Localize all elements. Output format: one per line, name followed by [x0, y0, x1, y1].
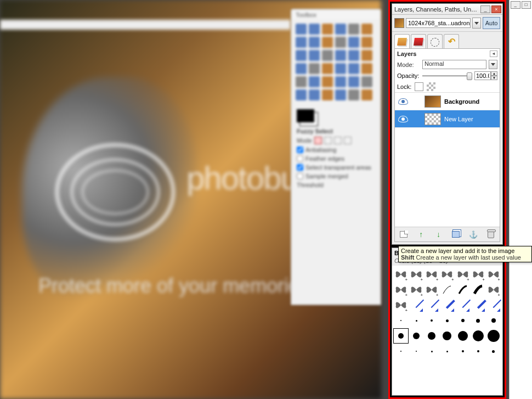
- new-layer-button[interactable]: [398, 229, 409, 239]
- layer-name[interactable]: New Layer: [444, 116, 473, 122]
- dock-tabs: ↶: [392, 32, 502, 48]
- brush-item[interactable]: [424, 328, 439, 344]
- arrow-down-icon: ↓: [437, 230, 440, 239]
- brush-item[interactable]: [486, 267, 501, 282]
- brush-item[interactable]: [486, 313, 501, 328]
- layer-row[interactable]: New Layer: [395, 110, 500, 128]
- slider-thumb[interactable]: [467, 72, 472, 80]
- brush-item[interactable]: [439, 297, 455, 313]
- lower-layer-button[interactable]: ↓: [433, 229, 444, 239]
- brush-item[interactable]: [471, 328, 486, 344]
- image-name-field[interactable]: 1024x768_sta...uadron.jpg-3: [406, 18, 471, 28]
- layer-thumbnail[interactable]: [425, 95, 441, 108]
- brush-item[interactable]: [439, 344, 455, 359]
- brush-item[interactable]: [424, 313, 439, 328]
- antialias-checkbox[interactable]: [297, 147, 303, 153]
- brush-item[interactable]: [486, 344, 501, 359]
- opacity-slider[interactable]: [422, 71, 472, 80]
- anchor-layer-button[interactable]: ⚓: [468, 229, 479, 239]
- brush-item[interactable]: [439, 313, 455, 328]
- brush-item[interactable]: [455, 328, 471, 344]
- brush-item[interactable]: [393, 282, 409, 297]
- tab-channels[interactable]: [411, 34, 426, 48]
- feather-checkbox[interactable]: [297, 155, 303, 162]
- brush-item[interactable]: [424, 344, 439, 359]
- raise-layer-button[interactable]: ↑: [416, 229, 427, 239]
- opacity-input[interactable]: [474, 71, 491, 80]
- brush-item[interactable]: [393, 344, 409, 359]
- brush-item[interactable]: [424, 297, 439, 313]
- brush-item[interactable]: [486, 297, 501, 313]
- opacity-spin-down[interactable]: ▼: [491, 76, 497, 80]
- brush-item[interactable]: [409, 282, 424, 297]
- lock-label: Lock:: [397, 83, 411, 90]
- brush-item[interactable]: [486, 328, 501, 344]
- brush-item[interactable]: [424, 282, 439, 297]
- tool-grid[interactable]: [292, 19, 380, 105]
- brush-item[interactable]: [409, 297, 424, 313]
- brush-item[interactable]: [409, 313, 424, 328]
- visibility-toggle-icon[interactable]: [398, 98, 408, 105]
- brush-item[interactable]: [409, 344, 424, 359]
- arrow-up-icon: ↑: [419, 230, 423, 239]
- brush-item[interactable]: [439, 328, 455, 344]
- dock-titlebar[interactable]: Layers, Channels, Paths, Undo - B... _ ×: [392, 4, 502, 15]
- brush-item[interactable]: [486, 282, 501, 297]
- brush-item[interactable]: [471, 282, 486, 297]
- lock-alpha-toggle[interactable]: [427, 82, 435, 91]
- delete-layer-button[interactable]: [485, 229, 496, 239]
- mode-row[interactable]: Mode: [292, 136, 380, 145]
- brush-item[interactable]: [409, 267, 424, 282]
- layers-icon: [397, 38, 407, 46]
- lock-pixels-toggle[interactable]: [415, 82, 423, 91]
- brush-item[interactable]: [471, 267, 486, 282]
- antialias-label: Antialiasing: [305, 147, 336, 153]
- brush-item[interactable]: [471, 313, 486, 328]
- brush-item[interactable]: [455, 313, 471, 328]
- bg-max-button[interactable]: □: [522, 1, 531, 9]
- fg-bg-color-swatch[interactable]: [297, 109, 314, 122]
- opacity-spin-up[interactable]: ▲: [491, 71, 497, 76]
- brush-item[interactable]: [455, 344, 471, 359]
- duplicate-layer-button[interactable]: [450, 229, 461, 239]
- brush-item[interactable]: [471, 297, 486, 313]
- select-transparent-checkbox[interactable]: [297, 164, 303, 171]
- image-thumb-icon: [394, 18, 404, 28]
- bg-min-button[interactable]: _: [511, 1, 520, 9]
- layer-row[interactable]: Background: [395, 93, 500, 110]
- channels-icon: [414, 38, 423, 46]
- brush-grid[interactable]: [392, 266, 502, 395]
- opacity-label: Opacity:: [397, 72, 420, 79]
- layer-thumbnail[interactable]: [425, 113, 441, 125]
- minimize-button[interactable]: _: [480, 5, 490, 13]
- tab-paths[interactable]: [427, 34, 443, 48]
- brush-item[interactable]: [393, 267, 409, 282]
- brush-item[interactable]: [439, 267, 455, 282]
- panel-menu-button[interactable]: ◂: [490, 50, 497, 57]
- layer-name[interactable]: Background: [444, 98, 479, 105]
- brush-item[interactable]: [393, 328, 409, 344]
- brush-item[interactable]: [471, 344, 486, 359]
- brush-item[interactable]: [424, 267, 439, 282]
- mode-select[interactable]: Normal: [422, 60, 486, 69]
- brush-item[interactable]: [455, 282, 471, 297]
- brush-item[interactable]: [393, 297, 409, 313]
- close-button[interactable]: ×: [491, 5, 501, 13]
- image-dropdown-button[interactable]: [472, 18, 481, 29]
- brush-item[interactable]: [439, 282, 455, 297]
- threshold-label: Threshold: [297, 182, 324, 188]
- brush-item[interactable]: [409, 328, 424, 344]
- new-layer-icon: [400, 231, 408, 238]
- brush-item[interactable]: [455, 297, 471, 313]
- tab-layers[interactable]: [394, 34, 410, 48]
- tab-undo[interactable]: ↶: [444, 34, 459, 48]
- image-selector[interactable]: 1024x768_sta...uadron.jpg-3 Auto: [392, 15, 502, 32]
- visibility-toggle-icon[interactable]: [398, 116, 408, 122]
- sample-merged-checkbox[interactable]: [297, 173, 303, 179]
- layer-list[interactable]: Background New Layer: [395, 93, 500, 227]
- auto-button[interactable]: Auto: [483, 17, 500, 29]
- brush-item[interactable]: [455, 267, 471, 282]
- feather-label: Feather edges: [305, 155, 344, 162]
- mode-dropdown-button[interactable]: [489, 60, 497, 69]
- brush-item[interactable]: [393, 313, 409, 328]
